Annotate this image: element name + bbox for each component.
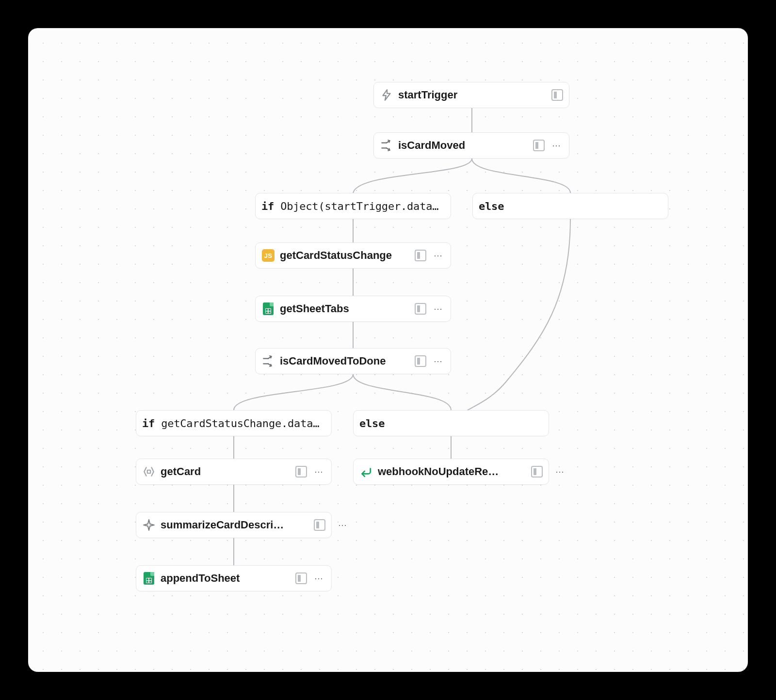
node-label: getCardStatusChange [280, 249, 410, 262]
workflow-canvas[interactable]: startTrigger isCardMoved ⋯ if Object(sta… [28, 28, 748, 672]
node-label: appendToSheet [161, 572, 291, 585]
node-label: getCard [161, 465, 291, 478]
panel-toggle-icon[interactable] [531, 466, 543, 477]
condition-if-start-trigger[interactable]: if Object(startTrigger.data… [255, 193, 451, 219]
more-button[interactable]: ⋯ [431, 302, 445, 316]
more-button[interactable]: ⋯ [553, 465, 566, 478]
panel-toggle-icon[interactable] [415, 355, 426, 367]
node-label: summarizeCardDescri… [161, 519, 309, 531]
sheets-icon [261, 302, 275, 316]
panel-toggle-icon[interactable] [314, 519, 325, 531]
sheets-icon [142, 572, 156, 585]
more-button[interactable]: ⋯ [312, 465, 325, 478]
node-get-card[interactable]: getCard ⋯ [136, 459, 332, 485]
node-start-trigger[interactable]: startTrigger [373, 82, 569, 108]
more-button[interactable]: ⋯ [336, 518, 349, 532]
node-summarize-card-description[interactable]: summarizeCardDescri… [136, 512, 332, 538]
api-icon [142, 465, 156, 478]
return-icon [359, 465, 373, 478]
node-label: webhookNoUpdateRe… [378, 465, 526, 478]
node-is-card-moved[interactable]: isCardMoved ⋯ [373, 132, 569, 159]
panel-toggle-icon[interactable] [551, 89, 563, 101]
more-button[interactable]: ⋯ [431, 249, 445, 262]
panel-toggle-icon[interactable] [415, 303, 426, 315]
node-label: getSheetTabs [280, 302, 410, 315]
panel-toggle-icon[interactable] [295, 466, 307, 477]
branch-icon [261, 354, 275, 368]
node-get-card-status-change[interactable]: JS getCardStatusChange ⋯ [255, 242, 451, 269]
condition-else-1[interactable]: else [472, 193, 668, 219]
node-is-card-moved-to-done[interactable]: isCardMovedToDone ⋯ [255, 348, 451, 374]
js-icon: JS [261, 249, 275, 262]
panel-toggle-icon[interactable] [415, 250, 426, 261]
branch-icon [380, 139, 393, 152]
node-webhook-no-update[interactable]: webhookNoUpdateRe… [353, 459, 549, 485]
sparkle-icon [142, 518, 156, 532]
more-button[interactable]: ⋯ [550, 139, 563, 152]
node-label: startTrigger [398, 89, 547, 101]
panel-toggle-icon[interactable] [295, 573, 307, 584]
svg-rect-4 [147, 470, 151, 474]
node-label: isCardMoved [398, 139, 528, 152]
condition-else-2[interactable]: else [353, 410, 549, 436]
node-label: isCardMovedToDone [280, 355, 410, 367]
more-button[interactable]: ⋯ [312, 572, 325, 585]
node-get-sheet-tabs[interactable]: getSheetTabs ⋯ [255, 296, 451, 322]
condition-if-status-change[interactable]: if getCardStatusChange.data… [136, 410, 332, 436]
node-append-to-sheet[interactable]: appendToSheet ⋯ [136, 565, 332, 591]
lightning-icon [380, 88, 393, 102]
more-button[interactable]: ⋯ [431, 354, 445, 368]
panel-toggle-icon[interactable] [533, 140, 545, 151]
